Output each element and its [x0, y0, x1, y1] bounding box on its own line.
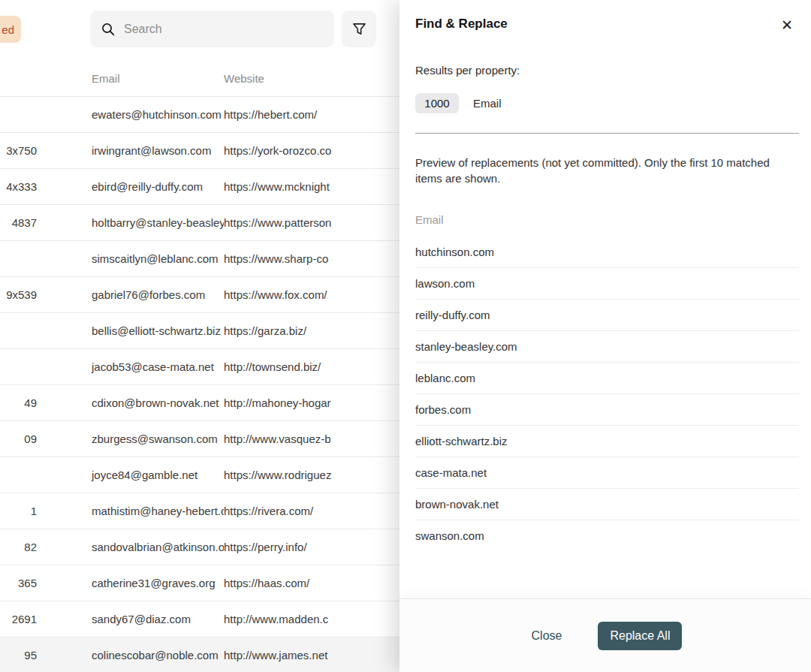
result-count-chip: 1000 [415, 93, 459, 113]
preview-item: case-mata.net [415, 457, 799, 488]
email-cell[interactable]: mathistim@haney-hebert.c… [41, 505, 224, 517]
dim-cell: 1 [0, 505, 41, 517]
dim-cell: 82 [0, 541, 41, 553]
table-row[interactable]: ewaters@hutchinson.com https://hebert.co… [0, 96, 466, 132]
email-cell[interactable]: holtbarry@stanley-beasley.c… [41, 216, 224, 229]
preview-note: Preview of replacements (not yet committ… [415, 155, 794, 186]
section-divider [415, 133, 799, 134]
preview-item: swanson.com [415, 520, 799, 551]
preview-column-header: Email [415, 213, 799, 226]
email-cell[interactable]: sandovalbrian@atkinson.org [41, 541, 224, 553]
preview-item: reilly-duffy.com [415, 299, 799, 330]
search-box[interactable] [90, 11, 334, 47]
table-header-row: Email Website [0, 60, 466, 96]
dim-cell: 4837 [0, 216, 41, 229]
email-cell[interactable]: sandy67@diaz.com [41, 613, 224, 625]
table-row[interactable]: 365 catherine31@graves.org https://haas.… [0, 565, 466, 601]
email-cell[interactable]: cdixon@brown-novak.net [41, 396, 224, 409]
preview-item: brown-novak.net [415, 488, 799, 520]
dim-cell: 2691 [0, 613, 41, 625]
table-row[interactable]: 2691 sandy67@diaz.com http://www.madden.… [0, 601, 466, 637]
table-row[interactable]: 49 cdixon@brown-novak.net http://mahoney… [0, 384, 466, 420]
find-replace-panel: Find & Replace ✕ Results per property: 1… [399, 0, 811, 672]
panel-body: Results per property: 1000 Email Preview… [399, 34, 811, 598]
email-cell[interactable]: irwingrant@lawson.com [41, 144, 224, 157]
modified-badge-label: ed [2, 23, 14, 36]
filter-button[interactable] [342, 11, 376, 47]
email-cell[interactable]: simscaitlyn@leblanc.com [41, 252, 224, 265]
email-cell[interactable]: jacob53@case-mata.net [41, 360, 224, 373]
email-cell[interactable]: ebird@reilly-duffy.com [41, 180, 224, 193]
table-toolbar: ed [0, 0, 399, 60]
email-cell[interactable]: ewaters@hutchinson.com [41, 108, 224, 121]
email-column-header[interactable]: Email [41, 72, 224, 85]
result-property-label: Email [473, 97, 502, 110]
table-row[interactable]: 09 zburgess@swanson.com http://www.vasqu… [0, 420, 466, 457]
email-cell[interactable]: joyce84@gamble.net [41, 469, 224, 481]
result-chip-row: 1000 Email [415, 93, 799, 113]
email-cell[interactable]: gabriel76@forbes.com [41, 288, 224, 301]
dim-cell: 3x750 [0, 144, 41, 157]
dim-cell: 4x333 [0, 180, 41, 193]
table-row[interactable]: 4837 holtbarry@stanley-beasley.c… https:… [0, 204, 466, 240]
panel-footer: Close Replace All [399, 598, 811, 672]
search-input[interactable] [124, 23, 324, 36]
dim-cell: 365 [0, 577, 41, 589]
table-row[interactable]: 82 sandovalbrian@atkinson.org https://pe… [0, 529, 466, 565]
panel-header: Find & Replace ✕ [399, 0, 811, 34]
preview-item: hutchinson.com [415, 237, 799, 267]
email-cell[interactable]: bellis@elliott-schwartz.biz [41, 324, 224, 337]
panel-title: Find & Replace [415, 17, 508, 32]
preview-item: stanley-beasley.com [415, 330, 799, 362]
preview-item: lawson.com [415, 267, 799, 299]
preview-item: elliott-schwartz.biz [415, 425, 799, 457]
preview-item: leblanc.com [415, 362, 799, 393]
close-icon[interactable]: ✕ [779, 17, 794, 34]
table-row[interactable]: joyce84@gamble.net https://www.rodriguez [0, 457, 466, 493]
dim-cell: 9x539 [0, 288, 41, 301]
results-per-property-label: Results per property: [415, 64, 799, 77]
close-button[interactable]: Close [529, 623, 565, 649]
dim-cell: 95 [0, 649, 41, 661]
dim-cell: 09 [0, 432, 41, 445]
email-cell[interactable]: catherine31@graves.org [41, 577, 224, 589]
dim-cell: 49 [0, 396, 41, 409]
email-cell[interactable]: zburgess@swanson.com [41, 432, 224, 445]
records-table: Email Website ewaters@hutchinson.com htt… [0, 60, 466, 672]
preview-item: forbes.com [415, 393, 799, 425]
preview-list: hutchinson.com lawson.com reilly-duffy.c… [415, 237, 799, 551]
table-row[interactable]: 9x539 gabriel76@forbes.com https://www.f… [0, 276, 466, 312]
table-row[interactable]: jacob53@case-mata.net http://townsend.bi… [0, 348, 466, 384]
table-row[interactable]: 4x333 ebird@reilly-duffy.com https://www… [0, 168, 466, 204]
replace-all-button[interactable]: Replace All [598, 622, 682, 650]
table-row[interactable]: 95 colinescobar@noble.com http://www.jam… [0, 637, 466, 672]
search-icon [101, 22, 116, 37]
filter-funnel-icon [351, 21, 367, 37]
table-row[interactable]: 1 mathistim@haney-hebert.c… https://rive… [0, 493, 466, 529]
table-row[interactable]: 3x750 irwingrant@lawson.com https://york… [0, 132, 466, 168]
table-row[interactable]: simscaitlyn@leblanc.com https://www.shar… [0, 240, 466, 276]
table-row[interactable]: bellis@elliott-schwartz.biz https://garz… [0, 312, 466, 348]
modified-badge[interactable]: ed [0, 16, 21, 43]
email-cell[interactable]: colinescobar@noble.com [41, 649, 224, 661]
